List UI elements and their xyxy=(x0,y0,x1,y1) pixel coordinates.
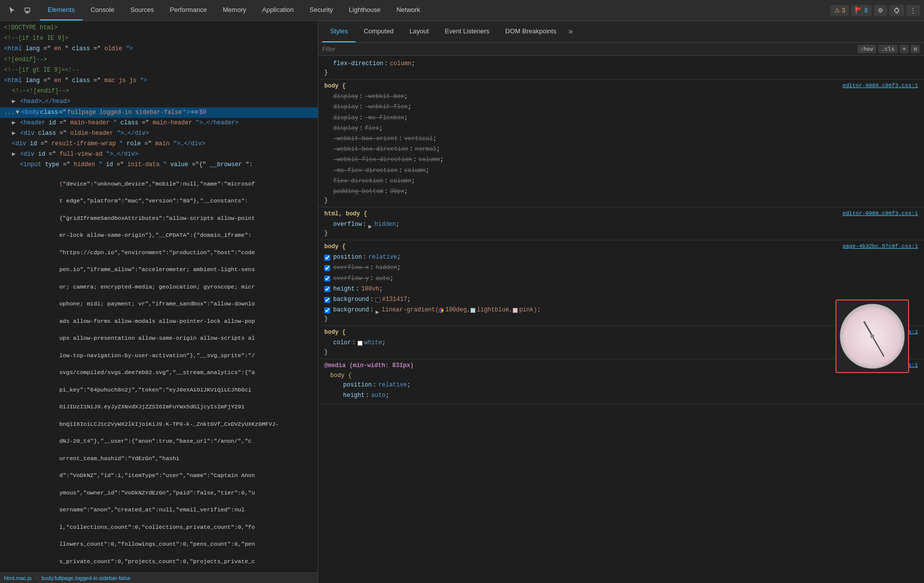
dom-line-comment2[interactable]: <!--[if gt IE 9]><!-- xyxy=(0,65,318,76)
svg-rect-1 xyxy=(26,11,28,12)
svg-point-3 xyxy=(895,8,899,12)
filter-bar: :hov .cls + ⊟ xyxy=(318,43,924,56)
dock-button[interactable] xyxy=(889,5,904,16)
style-rule-body-3: body { global-1891…abea4.css:1 color : w… xyxy=(318,326,924,359)
css-prop-flex-direction-cont: flex-direction : column ; xyxy=(324,59,918,69)
background-color-checkbox[interactable] xyxy=(324,297,330,303)
css-media-position: position : relative ; xyxy=(324,380,918,390)
tab-sources[interactable]: Sources xyxy=(122,0,162,20)
color-picker-overlay xyxy=(835,299,909,373)
color-swatch-dark[interactable] xyxy=(375,297,380,302)
color-swatch-white[interactable] xyxy=(358,341,363,346)
subtab-more[interactable]: » xyxy=(564,27,577,36)
dom-text-block: {"device":"unknown_device","mobile":null… xyxy=(0,171,318,573)
height-checkbox[interactable] xyxy=(324,286,330,292)
tab-memory[interactable]: Memory xyxy=(215,0,254,20)
breadcrumb-body[interactable]: body.fullpage.logged-in.sidebar-false xyxy=(41,575,130,581)
dom-line-endif2[interactable]: <!--<![endif]--> xyxy=(0,86,318,97)
dom-line-header[interactable]: ▶ <header id =" main-header " class =" m… xyxy=(0,118,318,128)
tab-elements[interactable]: Elements xyxy=(40,0,83,20)
rule-header-body1: body { editor-0980…c96f3.css:1 xyxy=(324,83,918,90)
css-overflow-x: overflow-x : hidden ; xyxy=(324,263,918,273)
css-height: height : 100vh ; xyxy=(324,284,918,294)
device-icon[interactable] xyxy=(20,6,36,14)
tab-performance[interactable]: Performance xyxy=(162,0,215,20)
dom-line-html-oldie[interactable]: <html lang =" en " class =" oldie "> xyxy=(0,44,318,54)
tab-application[interactable]: Application xyxy=(254,0,302,20)
warning-count[interactable]: ⚠ 3 xyxy=(831,5,849,16)
dom-line-doctype[interactable]: <!DOCTYPE html> xyxy=(0,23,318,33)
style-rule-flex: flex-direction : column ; } xyxy=(318,56,924,80)
css-flex-direction: flex-direction : column ; xyxy=(324,176,918,187)
color-picker-wheel[interactable] xyxy=(840,304,905,369)
elements-panel: <!DOCTYPE html> <!--[if lte IE 9]> <html… xyxy=(0,21,318,583)
cls-button[interactable]: .cls xyxy=(878,45,898,53)
css-color: color : white ; xyxy=(324,338,918,348)
dom-line-body[interactable]: ... ▼ <body class =" fullpage logged-in … xyxy=(0,107,318,118)
overflow-triangle[interactable]: ▶ xyxy=(369,222,373,227)
dom-line-comment1[interactable]: <!--[if lte IE 9]> xyxy=(0,33,318,44)
subtab-layout[interactable]: Layout xyxy=(401,21,437,42)
css-display-webkit-flex: display : -webkit-flex ; xyxy=(324,102,918,112)
dom-line-input[interactable]: <input type =" hidden " id =" init-data … xyxy=(0,160,318,170)
rule-source-body1[interactable]: editor-0980…c96f3.css:1 xyxy=(842,83,918,89)
rule-header-html-body: html, body { editor-0980…c96f3.css:1 xyxy=(324,210,918,217)
css-ms-flex-direction: -ms-flex-direction : column ; xyxy=(324,166,918,176)
overflow-y-checkbox[interactable] xyxy=(324,276,330,282)
toggle-button[interactable]: ⊟ xyxy=(911,45,920,53)
position-checkbox[interactable] xyxy=(324,255,330,261)
styles-panel: Styles Computed Layout Event Listeners D… xyxy=(318,21,924,583)
subtab-dom-breakpoints[interactable]: DOM Breakpoints xyxy=(497,21,564,42)
rule-source-body2[interactable]: page-4b32bc…57c8f.css:1 xyxy=(842,243,918,249)
clock-center xyxy=(870,334,874,338)
tab-network[interactable]: Network xyxy=(388,0,428,20)
tab-security[interactable]: Security xyxy=(302,0,341,20)
background-gradient-checkbox[interactable] xyxy=(324,307,330,313)
dom-line-full-view-ad[interactable]: ▶ <div id =" full-view-ad ">…</div> xyxy=(0,149,318,160)
rule-source-html-body[interactable]: editor-0980…c96f3.css:1 xyxy=(842,210,918,216)
sub-tab-bar: Styles Computed Layout Event Listeners D… xyxy=(318,21,924,43)
tab-console[interactable]: Console xyxy=(83,0,122,20)
hov-button[interactable]: :hov xyxy=(857,45,877,53)
settings-button[interactable]: ⚙ xyxy=(874,5,887,16)
subtab-styles[interactable]: Styles xyxy=(322,21,356,42)
tab-action-area: ⚠ 3 🚩 8 ⚙ ⋮ xyxy=(831,5,920,16)
css-overflow-y: overflow-y : auto ; xyxy=(324,274,918,284)
styles-content: flex-direction : column ; } body { edito… xyxy=(318,56,924,583)
main-layout: <!DOCTYPE html> <!--[if lte IE 9]> <html… xyxy=(0,21,924,583)
dom-line-oldie-header[interactable]: ▶ <div class =" oldie-header ">…</div> xyxy=(0,128,318,139)
tab-lighthouse[interactable]: Lighthouse xyxy=(341,0,389,20)
more-button[interactable]: ⋮ xyxy=(906,5,920,16)
rule-header-body3: body { global-1891…abea4.css:1 xyxy=(324,329,918,336)
rule-header-media: @media (min-width: 831px) global-1891…ab… xyxy=(324,362,918,369)
info-count[interactable]: 🚩 8 xyxy=(851,5,872,16)
dom-line-endif1[interactable]: <![endif]--> xyxy=(0,55,318,65)
dom-line-html-mac[interactable]: <html lang =" en " class =" mac js js "> xyxy=(0,76,318,86)
css-display-ms-flexbox: display : -ms-flexbox ; xyxy=(324,113,918,123)
gradient-btn[interactable] xyxy=(439,308,444,313)
css-display-flex: display : flex ; xyxy=(324,123,918,134)
color-swatch-lightblue[interactable] xyxy=(470,308,475,313)
subtab-event-listeners[interactable]: Event Listeners xyxy=(437,21,497,42)
overflow-x-checkbox[interactable] xyxy=(324,265,330,271)
color-swatch-pink[interactable] xyxy=(513,308,518,313)
clock-hand-minute xyxy=(872,336,884,357)
gradient-triangle[interactable]: ▶ xyxy=(375,308,380,313)
subtab-computed[interactable]: Computed xyxy=(356,21,401,42)
breadcrumb-bar: html.mac.js › body.fullpage.logged-in.si… xyxy=(0,573,318,583)
dom-line-result-iframe[interactable]: <div id =" result-iframe-wrap " role =" … xyxy=(0,139,318,149)
style-rule-body-1: body { editor-0980…c96f3.css:1 display :… xyxy=(318,80,924,207)
dom-line-head[interactable]: ▶ <head>…</head> xyxy=(0,97,318,107)
add-rule-button[interactable]: + xyxy=(900,45,909,53)
devtools-tab-bar: Elements Console Sources Performance Mem… xyxy=(0,0,924,21)
style-rule-body-2: body { page-4b32bc…57c8f.css:1 position … xyxy=(318,240,924,326)
css-display-webkit-box: display : -webkit-box ; xyxy=(324,92,918,102)
dom-tree[interactable]: <!DOCTYPE html> <!--[if lte IE 9]> <html… xyxy=(0,21,318,573)
cursor-icon[interactable] xyxy=(4,6,20,14)
css-webkit-flex-direction: -webkit-flex-direction : column ; xyxy=(324,155,918,165)
breadcrumb-html[interactable]: html.mac.js xyxy=(4,575,32,581)
media-sub-selector: body { xyxy=(324,371,918,380)
style-rule-html-body: html, body { editor-0980…c96f3.css:1 ove… xyxy=(318,207,924,240)
filter-input[interactable] xyxy=(322,46,853,53)
style-rule-media: @media (min-width: 831px) global-1891…ab… xyxy=(318,359,924,404)
